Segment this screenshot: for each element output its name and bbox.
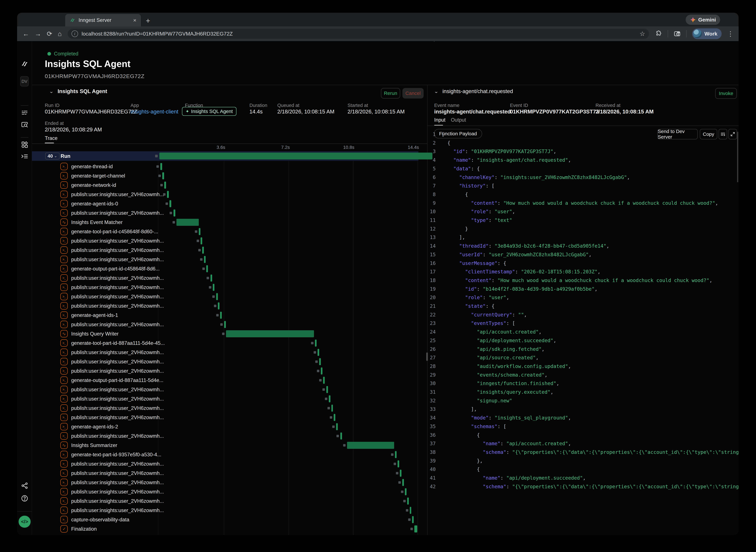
- trace-row[interactable]: >_publish:user:insights:user_2VH6zowmh..…: [17, 348, 427, 357]
- run-accordion[interactable]: ⌄ Insights SQL Agent: [49, 88, 107, 95]
- span-bar[interactable]: [226, 330, 314, 337]
- trace-run-row[interactable]: 40⌄ Run: [32, 151, 418, 161]
- site-info-icon[interactable]: i: [71, 30, 78, 37]
- span-bar[interactable]: [204, 256, 206, 263]
- span-bar[interactable]: [216, 293, 218, 300]
- trace-row[interactable]: ∿Insights Summarizer: [17, 441, 427, 450]
- span-bar[interactable]: [220, 312, 222, 319]
- span-bar[interactable]: [319, 358, 321, 365]
- home-icon[interactable]: ⌂: [58, 30, 62, 37]
- trace-row[interactable]: ✓Finalization: [17, 524, 427, 534]
- bookmark-star-icon[interactable]: ☆: [640, 30, 645, 37]
- gemini-button[interactable]: Gemini: [686, 15, 720, 25]
- trace-row[interactable]: >_publish:user:insights:user_2VH6zowmh..…: [17, 320, 427, 329]
- span-bar[interactable]: [315, 339, 317, 347]
- tab-close-icon[interactable]: ×: [133, 17, 136, 23]
- trace-row[interactable]: >_generate-agent-ids-0: [17, 199, 427, 209]
- trace-row[interactable]: >_publish:user:insights:user_2VH6zowmh..…: [17, 468, 427, 478]
- trace-row[interactable]: >_publish:user:insights:user_2VH6zowmh..…: [17, 273, 427, 283]
- trace-row[interactable]: >_publish:user:insights:user_2VH6zowmh..…: [17, 357, 427, 366]
- span-bar[interactable]: [201, 237, 202, 244]
- span-bar[interactable]: [410, 507, 411, 514]
- trace-row[interactable]: >_capture-observability-data: [17, 515, 427, 524]
- profile-chip[interactable]: Work: [692, 28, 722, 39]
- sidebar-item-inspect[interactable]: [17, 121, 32, 128]
- trace-row[interactable]: >_generate-thread-id: [17, 162, 427, 171]
- trace-row[interactable]: >_publish:user:insights:user_2VH6zowmh..…: [17, 394, 427, 404]
- span-count-toggle[interactable]: 40⌄: [45, 153, 59, 159]
- trace-row[interactable]: >_publish:user:insights:user_2VH6zowmh..…: [17, 246, 427, 255]
- trace-row[interactable]: >_publish:user:insights:user_2VH6zowmh..…: [17, 497, 427, 506]
- span-bar[interactable]: [199, 228, 200, 235]
- span-bar[interactable]: [176, 219, 199, 226]
- trace-row[interactable]: >_generate-tool-part-id-887aa111-5d4e-45…: [17, 338, 427, 348]
- cancel-button[interactable]: Cancel: [402, 88, 424, 99]
- sidebar-item-console[interactable]: [17, 153, 32, 160]
- trace-row[interactable]: >_publish:user:insights:user_2VH6zowmh..…: [17, 301, 427, 310]
- run-span-bar[interactable]: [159, 153, 432, 159]
- trace-row[interactable]: >_generate-network-id: [17, 180, 427, 190]
- menu-kebab-icon[interactable]: ⋮: [727, 30, 734, 37]
- trace-row[interactable]: >_generate-agent-ids-1: [17, 310, 427, 320]
- trace-row[interactable]: >_publish:user:insights:user_2VH6zowmh..…: [17, 292, 427, 301]
- tab-input[interactable]: Input: [434, 117, 445, 123]
- span-bar[interactable]: [206, 265, 208, 272]
- span-bar[interactable]: [331, 405, 333, 412]
- span-bar[interactable]: [329, 395, 331, 402]
- trace-row[interactable]: >_generate-text-part-id-9357e5f0-a530-4.…: [17, 450, 427, 459]
- span-bar[interactable]: [334, 414, 335, 421]
- span-bar[interactable]: [213, 284, 214, 291]
- trace-row[interactable]: ∿Insights Query Writer: [17, 329, 427, 338]
- span-bar[interactable]: [398, 460, 399, 467]
- span-bar[interactable]: [321, 368, 323, 375]
- trace-row[interactable]: >_publish:user:insights:user_2VH6zowmh..…: [17, 366, 427, 376]
- span-bar[interactable]: [412, 516, 414, 523]
- tab-search-icon[interactable]: [674, 30, 681, 37]
- trace-row[interactable]: >_generate-agent-ids-2: [17, 422, 427, 431]
- trace-row[interactable]: >_generate-target-channel: [17, 171, 427, 180]
- tab-trace[interactable]: Trace: [45, 135, 57, 141]
- span-bar[interactable]: [402, 479, 404, 486]
- trace-row[interactable]: >_generate-output-part-id-c458648f-8d6..…: [17, 264, 427, 273]
- span-bar[interactable]: [218, 302, 219, 309]
- trace-row[interactable]: ∿Insights Event Matcher: [17, 218, 427, 227]
- field-value[interactable]: insights-agent-client: [131, 109, 178, 115]
- tab-output[interactable]: Output: [451, 117, 466, 123]
- span-bar[interactable]: [174, 210, 175, 217]
- invoke-button[interactable]: Invoke: [715, 88, 737, 99]
- span-bar[interactable]: [336, 423, 338, 430]
- span-bar[interactable]: [400, 470, 401, 477]
- code-scrollbar[interactable]: [737, 132, 738, 182]
- span-bar[interactable]: [405, 488, 406, 495]
- trace-row[interactable]: >_publish:user:insights:user_2VH6zowmh..…: [17, 255, 427, 264]
- span-bar[interactable]: [318, 349, 319, 356]
- payload-code-editor[interactable]: 1[2 {3 "id": "01KHRMPVZP0V977KAT2GP3ST7J…: [427, 129, 739, 535]
- trace-row[interactable]: >_publish:user:insights:user_2VH6zowmh..…: [17, 431, 427, 441]
- span-bar[interactable]: [323, 377, 325, 384]
- trace-row[interactable]: >_publish:user:insights:user_2VH6zowmh..…: [17, 413, 427, 422]
- chevron-down-icon[interactable]: ⌄: [49, 89, 54, 94]
- back-icon[interactable]: ←: [23, 30, 29, 37]
- env-badge[interactable]: DV: [20, 76, 29, 87]
- span-bar[interactable]: [340, 432, 342, 439]
- new-tab-button[interactable]: +: [146, 16, 150, 25]
- span-bar[interactable]: [210, 275, 212, 282]
- reload-icon[interactable]: ⟳: [47, 30, 52, 37]
- trace-row[interactable]: >_publish:user:insights:user_2VH6zowmh..…: [17, 385, 427, 394]
- span-bar[interactable]: [167, 191, 169, 198]
- function-badge[interactable]: ✦Insights SQL Agent: [182, 107, 236, 116]
- forward-icon[interactable]: →: [35, 30, 41, 37]
- url-bar[interactable]: i localhost:8288/run?runID=01KHRMPW77GVM…: [67, 29, 649, 39]
- inngest-logo-icon[interactable]: [17, 60, 32, 68]
- span-bar[interactable]: [162, 172, 164, 179]
- event-accordion[interactable]: ⌄ insights-agent/chat.requested: [434, 88, 513, 95]
- sidebar-item-runs[interactable]: [17, 109, 32, 116]
- span-bar[interactable]: [202, 247, 204, 254]
- extensions-icon[interactable]: [655, 30, 662, 37]
- span-bar[interactable]: [160, 163, 162, 170]
- span-bar[interactable]: [224, 321, 226, 328]
- browser-tab[interactable]: Inngest Server ×: [65, 14, 141, 26]
- trace-row[interactable]: >_publish:user:insights:user_2VH6zowmh..…: [17, 478, 427, 487]
- trace-row[interactable]: >_publish:user:insights:user_2VH6zowmh..…: [17, 236, 427, 246]
- span-bar[interactable]: [395, 451, 397, 458]
